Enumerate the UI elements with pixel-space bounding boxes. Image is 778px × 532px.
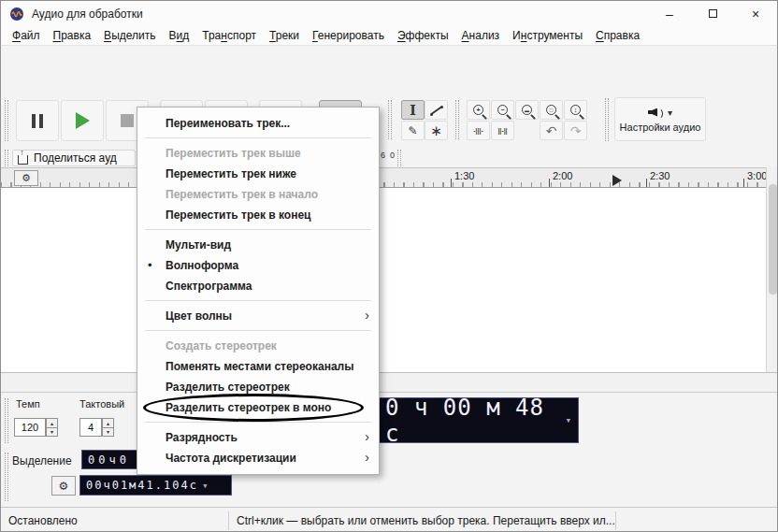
share-audio-button[interactable]: Поделиться ауд: [12, 150, 136, 166]
selection-options-button[interactable]: ⚙: [51, 476, 76, 496]
menubar-item-generate[interactable]: Генерировать: [306, 27, 391, 44]
menubar-item-effects[interactable]: Эффекты: [391, 27, 455, 44]
context-menu-item-swap-stereo-channels[interactable]: Поменять местами стереоканалы: [137, 356, 379, 377]
menubar-item-tools[interactable]: Инструменты: [506, 27, 589, 44]
pause-button[interactable]: [16, 100, 59, 141]
time-format-dropdown-icon[interactable]: ▾: [202, 480, 210, 492]
draw-tool-button[interactable]: ✎: [401, 121, 425, 140]
menubar-item-edit[interactable]: Правка: [47, 27, 98, 44]
selection-tool-button[interactable]: I: [401, 100, 425, 120]
stepper-down-icon[interactable]: ▾: [46, 428, 58, 438]
zoom-project-icon: □: [546, 105, 556, 115]
submenu-arrow-icon: ›: [365, 427, 369, 447]
zoom-toolbar-grip[interactable]: [455, 100, 459, 139]
menubar-item-transport[interactable]: Транспорт: [195, 27, 263, 44]
time-signature-label: Тактовый: [79, 398, 124, 410]
selection-end-value: 00ч01м41.104с: [86, 479, 198, 492]
stepper-up-icon[interactable]: ▴: [46, 418, 58, 428]
submenu-arrow-icon: ›: [365, 448, 369, 467]
menubar-item-select[interactable]: Выделить: [97, 27, 162, 44]
track-area: [1, 188, 777, 372]
context-menu-item-split-stereo-to-mono[interactable]: Разделить стереотрек в моно: [137, 397, 379, 418]
menubar-item-analyze[interactable]: Анализ: [455, 27, 507, 44]
zoom-out-button[interactable]: −: [491, 100, 514, 120]
stepper-down-icon[interactable]: ▾: [102, 428, 114, 438]
timeline-options-button[interactable]: ⚙: [14, 170, 38, 186]
context-menu-item-sample-rate[interactable]: Частота дискретизации›: [137, 448, 379, 468]
app-icon: [9, 7, 24, 22]
zoom-out-icon: −: [497, 105, 508, 115]
menubar-item-file[interactable]: Файл: [6, 27, 47, 44]
context-menu-item-wave-color[interactable]: Цвет волны›: [137, 306, 379, 326]
zoom-project-button[interactable]: □: [540, 100, 563, 120]
time-toolbar-grip[interactable]: [5, 398, 8, 443]
time-signature-stepper[interactable]: ▴ ▾: [102, 418, 114, 437]
envelope-tool-icon: [430, 104, 443, 117]
audio-setup-toolbar-grip[interactable]: [605, 98, 609, 141]
tempo-input[interactable]: 120: [14, 418, 46, 437]
maximize-button[interactable]: [691, 1, 734, 26]
timeline-label: 3:00: [747, 170, 767, 181]
context-menu-item-move-track-up: Переместить трек выше: [137, 143, 379, 164]
selection-toolbar-grip[interactable]: [5, 453, 8, 501]
silence-audio-button[interactable]: ||-||: [491, 121, 514, 140]
stepper-up-icon[interactable]: ▴: [102, 418, 114, 428]
undo-icon: ↶: [546, 124, 557, 137]
context-menu-item-waveform-view[interactable]: Волноформа•: [137, 255, 379, 276]
context-menu-item-spectrogram-view[interactable]: Спектрограмма: [137, 276, 379, 296]
tools-toolbar-grip[interactable]: [388, 100, 392, 139]
context-menu-item-rename-track[interactable]: Переименовать трек...: [137, 113, 379, 134]
context-menu-item-move-track-down[interactable]: Переместить трек ниже: [137, 164, 379, 184]
share-icon: [18, 155, 28, 165]
context-menu: Переименовать трек...Переместить трек вы…: [137, 107, 380, 475]
pause-icon: [32, 114, 43, 128]
playhead-marker[interactable]: [612, 175, 622, 186]
zoom-in-icon: +: [473, 105, 483, 115]
undo-button[interactable]: ↶: [540, 121, 563, 140]
minimize-button[interactable]: –: [648, 1, 691, 26]
zoom-toggle-button[interactable]: ↕: [564, 100, 587, 120]
zoom-in-button[interactable]: +: [467, 100, 490, 120]
context-menu-separator: [145, 300, 371, 301]
context-menu-separator: [145, 330, 371, 331]
time-signature-input[interactable]: 4: [79, 418, 102, 437]
envelope-tool-button[interactable]: [425, 100, 448, 120]
timeline-label: 2:00: [553, 170, 572, 181]
meter-scale-tick: 6: [381, 151, 385, 160]
play-button[interactable]: [61, 100, 104, 141]
context-menu-item-sample-format[interactable]: Разрядность›: [137, 427, 379, 448]
timeline-ruler[interactable]: ⚙ 1:302:002:303:00: [1, 167, 777, 188]
multi-tool-button[interactable]: ∗: [425, 121, 448, 140]
status-state: Остановлено: [8, 514, 78, 527]
statusbar-divider: [228, 511, 229, 530]
timeline-major-tick: [451, 179, 452, 187]
trim-audio-button[interactable]: -|||-: [467, 121, 490, 140]
close-button[interactable]: ×: [734, 1, 777, 26]
vertical-scrollbar[interactable]: [766, 167, 778, 372]
menubar-item-help[interactable]: Справка: [589, 27, 646, 44]
tempo-label: Темп: [16, 398, 40, 410]
zoom-selection-button[interactable]: ▬: [515, 100, 539, 120]
transport-toolbar-grip[interactable]: [5, 100, 8, 141]
audio-settings-button[interactable]: ▾ Настройки аудио: [614, 97, 706, 141]
selection-end-field[interactable]: 00ч01м41.104с ▾: [79, 475, 232, 496]
redo-button[interactable]: ↷: [564, 121, 587, 140]
menubar-item-tracks[interactable]: Треки: [263, 27, 306, 44]
titlebar: Аудио для обработки – ×: [1, 1, 777, 26]
toolbar-dock: I ✎ ∗ + − ▬ □ ↕ -|||- ||-|| ↶ ↷ ▾ Настро…: [1, 46, 777, 167]
context-menu-item-split-stereo[interactable]: Разделить стереотрек: [137, 377, 379, 397]
tempo-stepper[interactable]: ▴ ▾: [46, 418, 58, 437]
context-menu-item-move-track-bottom[interactable]: Переместить трек в конец: [137, 205, 379, 225]
horizontal-scrollbar[interactable]: [1, 372, 777, 392]
audio-position-display[interactable]: 0 ч 00 м 48 с ▾: [375, 397, 579, 443]
time-format-dropdown-icon[interactable]: ▾: [565, 414, 572, 426]
stop-icon: [121, 114, 134, 127]
context-menu-item-multi-view[interactable]: Мульти-вид: [137, 235, 379, 255]
gear-icon: ⚙: [59, 480, 69, 493]
context-menu-separator: [145, 137, 371, 138]
window-controls: – ×: [648, 1, 777, 26]
menubar-item-view[interactable]: Вид: [163, 27, 196, 44]
vertical-scrollbar-thumb[interactable]: [769, 184, 777, 295]
window-title: Аудио для обработки: [32, 7, 143, 21]
draw-tool-icon: ✎: [408, 124, 417, 137]
